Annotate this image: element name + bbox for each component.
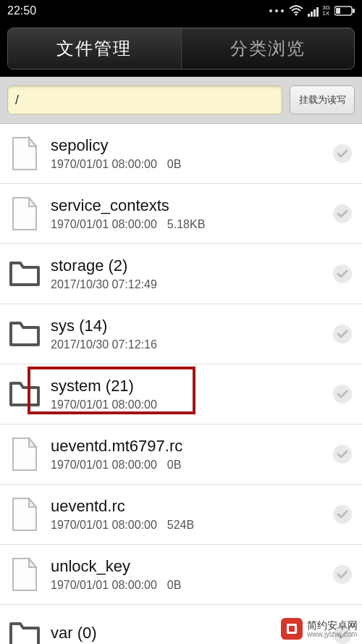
select-check-icon[interactable] xyxy=(332,143,353,164)
svg-rect-5 xyxy=(311,12,313,17)
signal-icon: 3G1X xyxy=(308,5,330,17)
item-size: 0B xyxy=(167,579,182,591)
folder-icon xyxy=(9,377,41,411)
svg-rect-4 xyxy=(308,14,310,17)
more-icon xyxy=(269,9,285,13)
select-check-icon[interactable] xyxy=(332,443,353,465)
svg-point-1 xyxy=(275,9,278,12)
battery-icon xyxy=(334,6,355,16)
watermark: 简约安卓网 www.jylzwj.com xyxy=(281,618,358,640)
select-check-icon[interactable] xyxy=(332,503,353,525)
file-icon xyxy=(9,196,41,231)
item-meta: 1970/01/01 08:00:000B xyxy=(51,579,321,592)
svg-rect-6 xyxy=(313,9,316,17)
watermark-url: www.jylzwj.com xyxy=(307,630,358,638)
mount-rw-button[interactable]: 挂载为读写 xyxy=(290,85,355,114)
item-name: ueventd.mt6797.rc xyxy=(51,437,321,456)
item-info: service_contexts1970/01/01 08:00:005.18K… xyxy=(51,196,321,231)
item-meta: 1970/01/01 08:00:00 xyxy=(51,398,321,411)
signal-label: 3G1X xyxy=(322,5,330,17)
list-item[interactable]: service_contexts1970/01/01 08:00:005.18K… xyxy=(0,184,362,244)
item-name: storage (2) xyxy=(51,256,321,275)
path-input[interactable] xyxy=(7,85,282,114)
item-date: 1970/01/01 08:00:00 xyxy=(51,158,157,170)
list-item[interactable]: ueventd.mt6797.rc1970/01/01 08:00:000B xyxy=(0,425,362,485)
item-name: unlock_key xyxy=(51,557,321,576)
item-meta: 2017/10/30 07:12:49 xyxy=(51,278,321,291)
item-date: 1970/01/01 08:00:00 xyxy=(51,218,157,230)
item-date: 2017/10/30 07:12:49 xyxy=(51,278,157,290)
watermark-badge-icon xyxy=(281,618,303,640)
watermark-title: 简约安卓网 xyxy=(307,620,358,630)
item-name: service_contexts xyxy=(51,196,321,215)
item-meta: 1970/01/01 08:00:000B xyxy=(51,158,321,171)
item-meta: 1970/01/01 08:00:000B xyxy=(51,459,321,472)
item-date: 2017/10/30 07:12:16 xyxy=(51,338,157,351)
item-date: 1970/01/01 08:00:00 xyxy=(51,459,157,471)
select-check-icon[interactable] xyxy=(332,564,353,585)
item-info: system (21)1970/01/01 08:00:00 xyxy=(51,377,321,411)
item-date: 1970/01/01 08:00:00 xyxy=(51,519,157,531)
file-icon xyxy=(9,497,41,532)
file-list[interactable]: sepolicy1970/01/01 08:00:000Bservice_con… xyxy=(0,124,362,644)
item-info: unlock_key1970/01/01 08:00:000B xyxy=(51,557,321,592)
item-count: (2) xyxy=(109,256,128,275)
item-info: sys (14)2017/10/30 07:12:16 xyxy=(51,317,321,351)
wifi-icon xyxy=(289,5,303,17)
list-item[interactable]: unlock_key1970/01/01 08:00:000B xyxy=(0,545,362,605)
folder-icon xyxy=(9,317,41,351)
item-size: 0B xyxy=(167,459,182,471)
list-item[interactable]: sys (14)2017/10/30 07:12:16 xyxy=(0,304,362,364)
status-bar: 22:50 3G1X xyxy=(0,0,362,22)
svg-point-2 xyxy=(281,9,284,12)
select-check-icon[interactable] xyxy=(332,203,353,225)
item-count: (14) xyxy=(79,317,107,335)
item-name: sys (14) xyxy=(51,317,321,335)
item-size: 5.18KB xyxy=(167,218,205,230)
item-info: ueventd.mt6797.rc1970/01/01 08:00:000B xyxy=(51,437,321,472)
tab-category-browse[interactable]: 分类浏览 xyxy=(181,28,355,69)
item-info: sepolicy1970/01/01 08:00:000B xyxy=(51,136,321,171)
svg-rect-7 xyxy=(316,7,319,17)
item-meta: 1970/01/01 08:00:005.18KB xyxy=(51,218,321,231)
item-count: (0) xyxy=(77,624,97,642)
item-meta: 2017/10/30 07:12:16 xyxy=(51,338,321,351)
item-name: ueventd.rc xyxy=(51,497,321,516)
item-name: sepolicy xyxy=(51,136,321,155)
tab-bar: 文件管理 分类浏览 xyxy=(0,22,362,77)
svg-rect-21 xyxy=(289,626,295,632)
item-date: 1970/01/01 08:00:00 xyxy=(51,398,157,411)
list-item[interactable]: system (21)1970/01/01 08:00:00 xyxy=(0,364,362,425)
file-icon xyxy=(9,437,41,472)
file-icon xyxy=(9,136,41,171)
path-row: 挂载为读写 xyxy=(0,77,362,124)
item-size: 524B xyxy=(167,519,194,531)
item-name: system (21) xyxy=(51,377,321,396)
item-info: ueventd.rc1970/01/01 08:00:00524B xyxy=(51,497,321,532)
select-check-icon[interactable] xyxy=(332,263,353,285)
item-date: 1970/01/01 08:00:00 xyxy=(51,579,157,591)
item-count: (21) xyxy=(106,377,134,395)
svg-rect-10 xyxy=(336,8,340,14)
list-item[interactable]: sepolicy1970/01/01 08:00:000B xyxy=(0,124,362,184)
list-item[interactable]: ueventd.rc1970/01/01 08:00:00524B xyxy=(0,485,362,545)
item-size: 0B xyxy=(167,158,182,170)
item-info: storage (2)2017/10/30 07:12:49 xyxy=(51,256,321,291)
status-icons: 3G1X xyxy=(269,5,355,17)
file-icon xyxy=(9,557,41,592)
folder-icon xyxy=(9,617,41,644)
select-check-icon[interactable] xyxy=(332,383,353,405)
list-item[interactable]: storage (2)2017/10/30 07:12:49 xyxy=(0,244,362,304)
svg-point-0 xyxy=(269,9,272,12)
status-time: 22:50 xyxy=(7,4,36,17)
svg-rect-9 xyxy=(353,9,355,13)
svg-point-3 xyxy=(295,14,298,16)
item-meta: 1970/01/01 08:00:00524B xyxy=(51,519,321,532)
folder-icon xyxy=(9,256,41,291)
tab-file-manager[interactable]: 文件管理 xyxy=(8,28,181,69)
select-check-icon[interactable] xyxy=(332,323,353,345)
